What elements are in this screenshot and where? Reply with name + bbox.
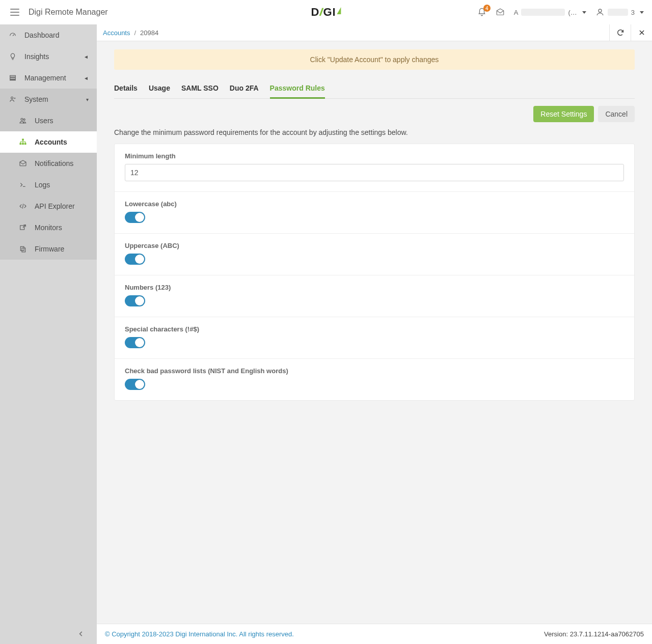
tab-saml-sso[interactable]: SAML SSO — [181, 80, 219, 99]
lowercase-toggle[interactable] — [125, 212, 145, 223]
user-suffix: 3 — [631, 9, 635, 16]
svg-point-0 — [599, 9, 602, 12]
sidebar-item-label: Firmware — [35, 245, 64, 253]
hamburger-icon[interactable] — [8, 7, 21, 18]
bulb-icon — [8, 52, 17, 61]
caret-down-icon — [640, 11, 644, 14]
users-icon — [18, 117, 28, 125]
masked-user-name — [608, 9, 628, 16]
masked-account-name — [521, 9, 565, 16]
top-bar: Digi Remote Manager DIGI 4 A (… 3 — [0, 0, 652, 24]
sidebar-item-dashboard[interactable]: Dashboard — [0, 24, 97, 46]
numbers-label: Numbers (123) — [125, 284, 624, 291]
caret-down-icon — [582, 11, 586, 14]
inbox-icon[interactable] — [496, 8, 505, 17]
account-prefix: A — [514, 9, 519, 16]
tab-bar: Details Usage SAML SSO Duo 2FA Password … — [114, 80, 635, 99]
sidebar-item-system[interactable]: System ▾ — [0, 89, 97, 110]
sidebar-item-label: API Explorer — [35, 202, 75, 210]
sidebar-item-label: Users — [35, 117, 53, 125]
svg-point-4 — [11, 97, 13, 99]
close-icon — [638, 29, 645, 36]
password-rules-panel: Minimum length Lowercase (abc) Uppercase… — [114, 144, 635, 401]
sidebar-item-insights[interactable]: Insights ◄ — [0, 46, 97, 67]
svg-rect-1 — [10, 75, 16, 77]
chevron-down-icon: ▾ — [86, 97, 89, 102]
intro-text: Change the minimum password requirements… — [114, 128, 635, 136]
svg-rect-3 — [10, 79, 16, 80]
code-icon — [18, 202, 28, 210]
lowercase-label: Lowercase (abc) — [125, 200, 624, 208]
sidebar-item-label: Monitors — [35, 223, 62, 232]
external-icon — [18, 223, 28, 232]
breadcrumb-current: 20984 — [140, 29, 158, 37]
min-length-label: Minimum length — [125, 152, 624, 160]
reset-settings-button[interactable]: Reset Settings — [533, 106, 594, 122]
footer-copyright[interactable]: © Copyright 2018-2023 Digi International… — [105, 630, 294, 638]
svg-point-5 — [21, 118, 23, 120]
sidebar-collapse-button[interactable] — [0, 624, 97, 644]
terminal-icon — [18, 181, 28, 189]
content-area: Accounts / 20984 Click "Update Account" … — [97, 24, 652, 644]
app-title: Digi Remote Manager — [29, 8, 108, 17]
sidebar-item-label: Logs — [35, 181, 50, 189]
breadcrumb-root-link[interactable]: Accounts — [103, 29, 130, 37]
svg-rect-9 — [22, 143, 24, 145]
badlist-label: Check bad password lists (NIST and Engli… — [125, 367, 624, 375]
tab-duo-2fa[interactable]: Duo 2FA — [230, 80, 259, 99]
refresh-icon — [616, 29, 624, 37]
chevron-left-icon: ◄ — [84, 75, 89, 81]
breadcrumb-separator: / — [134, 29, 136, 37]
sidebar-item-label: Dashboard — [24, 31, 60, 39]
user-menu[interactable]: 3 — [595, 8, 644, 17]
tab-details[interactable]: Details — [114, 80, 138, 99]
sidebar-item-accounts[interactable]: Accounts — [0, 131, 97, 153]
sidebar-system-subnav: Users Accounts Notifications Logs API Ex… — [0, 110, 97, 260]
svg-rect-8 — [20, 143, 21, 145]
svg-rect-10 — [24, 143, 26, 145]
sidebar-item-logs[interactable]: Logs — [0, 174, 97, 195]
pending-changes-banner: Click "Update Account" to apply changes — [114, 49, 635, 70]
special-toggle[interactable] — [125, 337, 145, 348]
svg-rect-2 — [10, 77, 16, 79]
refresh-button[interactable] — [609, 24, 631, 41]
uppercase-label: Uppercase (ABC) — [125, 242, 624, 249]
sitemap-icon — [18, 138, 28, 146]
sidebar-item-label: System — [24, 95, 48, 103]
chevron-left-icon — [77, 630, 85, 637]
tab-password-rules[interactable]: Password Rules — [270, 80, 325, 99]
sidebar: Dashboard Insights ◄ Management ◄ System… — [0, 24, 97, 644]
stack-icon — [8, 74, 17, 82]
svg-rect-7 — [22, 139, 24, 141]
cancel-button[interactable]: Cancel — [598, 106, 635, 122]
close-button[interactable] — [631, 24, 652, 41]
special-label: Special characters (!#$) — [125, 325, 624, 333]
sidebar-item-notifications[interactable]: Notifications — [0, 153, 97, 174]
footer: © Copyright 2018-2023 Digi International… — [97, 624, 652, 644]
svg-rect-13 — [22, 248, 25, 252]
sidebar-item-management[interactable]: Management ◄ — [0, 67, 97, 89]
notifications-bell-icon[interactable]: 4 — [477, 8, 486, 17]
sidebar-item-label: Insights — [24, 52, 49, 61]
min-length-input[interactable] — [125, 164, 624, 181]
chevron-left-icon: ◄ — [84, 54, 89, 60]
copy-icon — [18, 245, 28, 253]
badlist-toggle[interactable] — [125, 379, 145, 390]
user-plus-icon — [8, 95, 17, 103]
footer-version: Version: 23.7.11.1214-aa7062705 — [544, 630, 644, 638]
account-switcher[interactable]: A (… — [514, 9, 586, 16]
gauge-icon — [8, 31, 17, 39]
tab-usage[interactable]: Usage — [149, 80, 170, 99]
sidebar-item-api-explorer[interactable]: API Explorer — [0, 195, 97, 217]
account-suffix: (… — [568, 9, 577, 16]
svg-rect-11 — [20, 226, 24, 230]
uppercase-toggle[interactable] — [125, 254, 145, 265]
svg-rect-12 — [20, 246, 24, 250]
numbers-toggle[interactable] — [125, 295, 145, 306]
brand-logo[interactable]: DIGI — [311, 6, 341, 19]
sidebar-item-firmware[interactable]: Firmware — [0, 238, 97, 260]
sidebar-item-monitors[interactable]: Monitors — [0, 217, 97, 238]
sidebar-item-users[interactable]: Users — [0, 110, 97, 131]
notifications-badge: 4 — [483, 5, 491, 12]
breadcrumb: Accounts / 20984 — [97, 24, 652, 41]
